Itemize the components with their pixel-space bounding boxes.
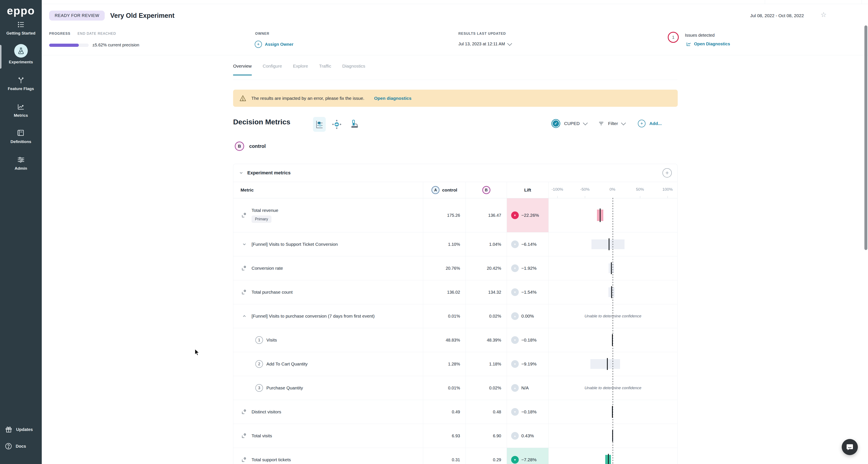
sidebar-item-metrics[interactable]: Metrics	[0, 102, 42, 118]
tab-overview[interactable]: Overview	[233, 64, 252, 75]
variant-b-badge: B	[235, 142, 244, 151]
table-row[interactable]: 1 Visits 48.83% 48.39% ▼ −0.18%	[233, 328, 677, 352]
value-control-a: 48.83%	[446, 338, 460, 343]
sliders-icon	[0, 156, 42, 164]
view-switcher	[313, 117, 361, 132]
filter-icon	[598, 120, 604, 127]
page-title: Very Old Experiment	[110, 12, 175, 20]
sidebar-item-label: Metrics	[0, 113, 42, 118]
sidebar-item-experiments[interactable]: Experiments	[0, 44, 42, 64]
collapse-chevron-icon[interactable]	[239, 171, 244, 175]
tab-bar: Overview Configure Explore Traffic Diagn…	[233, 64, 365, 75]
metric-gear-icon	[241, 212, 248, 218]
table-row[interactable]: Total support tickets 0.31 0.29 ▼ −7.28%	[233, 448, 677, 464]
lift-mean-line	[611, 286, 612, 298]
sidebar-item-admin[interactable]: Admin	[0, 156, 42, 171]
metric-gear-icon	[241, 433, 248, 439]
lift-value: −1.54%	[521, 290, 536, 295]
open-diagnostics-label: Open Diagnostics	[694, 41, 730, 47]
table-row[interactable]: 3 Purchase Quantity 0.01% 0.02% ▲ N/A Un…	[233, 376, 677, 400]
forest-plot-view-button[interactable]	[313, 117, 326, 132]
lift-value: −1.92%	[521, 266, 536, 271]
tab-traffic[interactable]: Traffic	[319, 64, 331, 75]
table-header: Metric A control B Lift -100%-50%0%50%10…	[233, 182, 677, 198]
microscope-view-button[interactable]	[348, 117, 361, 132]
table-row[interactable]: Total purchase count 136.02 134.32 ▼ −1.…	[233, 280, 677, 304]
funnel-step-number: 3	[255, 384, 263, 392]
metric-gear-icon	[241, 457, 248, 463]
sidebar-item-definitions[interactable]: Definitions	[0, 129, 42, 144]
microscope-icon	[349, 119, 359, 129]
lift-mean-line	[611, 262, 612, 274]
top-bar	[42, 0, 868, 4]
lift-direction-icon: ▼	[511, 360, 519, 368]
progress-bar-fill	[49, 44, 79, 47]
metric-gear-icon	[241, 265, 248, 271]
lift-value: N/A	[521, 385, 529, 391]
chevron-down-icon[interactable]	[621, 121, 626, 125]
banner-open-diagnostics-link[interactable]: Open diagnostics	[374, 96, 411, 101]
tab-configure[interactable]: Configure	[263, 64, 282, 75]
value-variant-b: 0.02%	[489, 314, 501, 319]
chat-widget-button[interactable]	[842, 439, 858, 455]
zero-reference-line	[613, 198, 613, 464]
section-header: Experiment metrics +	[233, 164, 677, 182]
metric-name: Total visits	[252, 433, 272, 438]
cuped-dropdown[interactable]: CUPED	[564, 121, 580, 126]
axis-tick-label: 0%	[610, 187, 615, 192]
section-title: Experiment metrics	[247, 170, 662, 176]
sidebar-item-label: Feature Flags	[0, 87, 42, 91]
value-variant-b: 0.02%	[489, 385, 501, 391]
chevron-down-icon[interactable]	[583, 121, 588, 125]
value-variant-b: 0.48	[493, 409, 501, 414]
help-icon	[5, 442, 12, 450]
globe-arrows-icon	[332, 119, 342, 129]
axis-tick-label: -100%	[552, 187, 563, 192]
progress-sublabel: END DATE REACHED	[78, 32, 116, 36]
results-last-updated-dropdown[interactable]: Jul 13, 2023 at 12:11 AM	[458, 41, 512, 47]
table-row[interactable]: [Funnel] Visits to purchase conversion (…	[233, 304, 677, 328]
table-row[interactable]: Total visits 6.93 6.90 ▲ 0.43%	[233, 424, 677, 448]
axis-tick	[640, 196, 640, 198]
explore-view-button[interactable]	[330, 117, 343, 132]
value-control-a: 136.02	[447, 290, 460, 295]
variant-header: B control	[235, 142, 266, 151]
add-metric-section-button[interactable]: +	[662, 168, 672, 178]
sidebar-item-getting-started[interactable]: Getting Started	[0, 20, 42, 36]
sidebar-item-feature-flags[interactable]: Feature Flags	[0, 76, 42, 91]
sidebar-item-updates[interactable]: Updates	[5, 426, 33, 433]
lift-value: −7.28%	[521, 457, 536, 462]
chevron-down-icon[interactable]	[241, 242, 248, 247]
sidebar-item-docs[interactable]: Docs	[5, 442, 26, 450]
col-lift: Lift	[524, 187, 531, 193]
issues-detected-label: Issues detected	[685, 33, 715, 38]
col-a-label: control	[442, 187, 457, 193]
open-diagnostics-button[interactable]: Open Diagnostics	[686, 41, 730, 47]
table-row[interactable]: [Funnel] Visits to Support Ticket Conver…	[233, 233, 677, 256]
tab-explore[interactable]: Explore	[293, 64, 308, 75]
tab-diagnostics[interactable]: Diagnostics	[342, 64, 365, 75]
lift-value: −0.18%	[521, 409, 536, 414]
lift-value: −22.26%	[521, 213, 539, 218]
value-control-a: 0.01%	[448, 314, 460, 319]
table-row[interactable]: Distinct visitors 0.49 0.48 ▼ −0.18%	[233, 400, 677, 424]
lift-direction-icon: ▼	[511, 336, 519, 344]
add-metric-button[interactable]: Add...	[649, 121, 661, 126]
vertical-scrollbar[interactable]	[864, 25, 867, 250]
sidebar-item-label: Getting Started	[0, 31, 42, 36]
metric-name: [Funnel] Visits to purchase conversion (…	[252, 314, 375, 319]
table-row[interactable]: 2 Add To Cart Quantity 1.28% 1.18% ▼ −9.…	[233, 352, 677, 376]
table-row[interactable]: Total revenue Primary 175.26 136.47 ▼ −2…	[233, 198, 677, 233]
chevron-up-icon[interactable]	[241, 314, 248, 318]
star-icon[interactable]: ☆	[820, 10, 827, 19]
split-arrows-icon	[0, 76, 42, 84]
filter-dropdown[interactable]: Filter	[608, 121, 618, 126]
metric-name: Purchase Quantity	[267, 385, 303, 391]
table-row[interactable]: Conversion rate 20.76% 20.42% ▼ −1.92%	[233, 256, 677, 280]
lift-direction-icon: ▼	[511, 212, 519, 219]
assign-owner-button[interactable]: + Assign Owner	[255, 41, 293, 48]
value-variant-b: 134.32	[488, 290, 501, 295]
assign-owner-label: Assign Owner	[265, 42, 293, 47]
lift-direction-icon: ▼	[511, 408, 519, 416]
metric-name: Total support tickets	[252, 457, 291, 462]
